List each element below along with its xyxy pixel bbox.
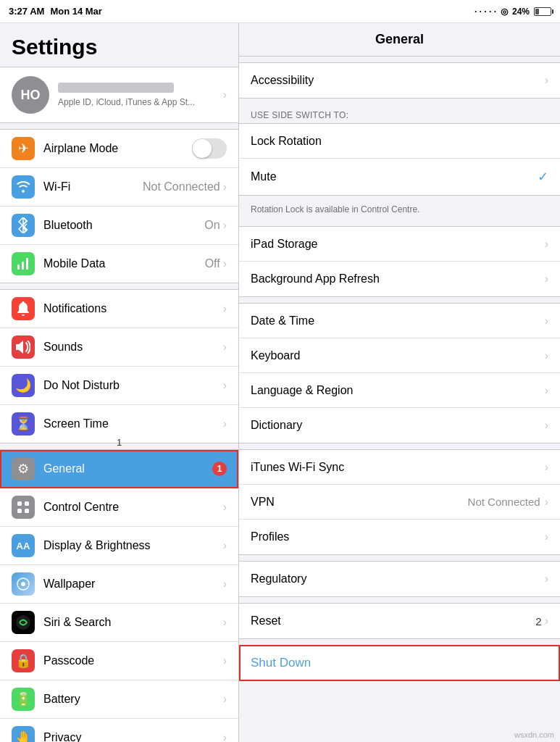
wifi-label: Wi-Fi bbox=[43, 180, 143, 193]
do-not-disturb-label: Do Not Disturb bbox=[43, 379, 223, 392]
sidebar-item-privacy[interactable]: 🤚 Privacy › bbox=[0, 719, 238, 742]
sidebar-item-wallpaper[interactable]: Wallpaper › bbox=[0, 565, 238, 604]
notifications-group: Notifications › Sounds › 🌙 Do Not Distur… bbox=[0, 289, 238, 443]
svg-rect-7 bbox=[25, 509, 29, 513]
location-icon: ◎ bbox=[501, 7, 508, 17]
connectivity-group: ✈ Airplane Mode Wi-Fi Not Connected › bbox=[0, 129, 238, 283]
accessibility-group: Accessibility › bbox=[239, 62, 560, 99]
side-switch-group: Lock Rotation Mute ✓ bbox=[239, 123, 560, 196]
accessibility-chevron: › bbox=[545, 74, 548, 87]
signal-icon: · · · · · bbox=[475, 7, 496, 17]
mobile-data-icon bbox=[12, 252, 35, 275]
screen-time-chevron: › bbox=[223, 417, 227, 430]
svg-rect-1 bbox=[22, 262, 24, 270]
profile-subtitle: Apple ID, iCloud, iTunes & App St... bbox=[58, 97, 223, 107]
screen-time-icon: ⏳ bbox=[12, 412, 35, 435]
right-panel: General Accessibility › USE SIDE SWITCH … bbox=[239, 23, 560, 742]
right-row-regulatory[interactable]: Regulatory › bbox=[239, 562, 560, 596]
right-row-profiles[interactable]: Profiles › bbox=[239, 520, 560, 554]
right-row-reset[interactable]: Reset 2 › bbox=[239, 604, 560, 638]
sidebar-item-bluetooth[interactable]: Bluetooth On › bbox=[0, 207, 238, 245]
wifi-icon bbox=[12, 175, 35, 199]
right-row-ipad-storage[interactable]: iPad Storage › bbox=[239, 227, 560, 262]
right-row-date-time[interactable]: Date & Time › bbox=[239, 304, 560, 338]
sounds-chevron: › bbox=[223, 341, 227, 354]
battery-chevron: › bbox=[223, 693, 227, 706]
profile-row[interactable]: HO Apple ID, iCloud, iTunes & App St... … bbox=[0, 67, 238, 123]
right-row-background-app-refresh[interactable]: Background App Refresh › bbox=[239, 262, 560, 296]
sidebar-item-passcode[interactable]: 🔒 Passcode › bbox=[0, 642, 238, 680]
wallpaper-label: Wallpaper bbox=[43, 578, 223, 591]
sidebar-item-airplane-mode[interactable]: ✈ Airplane Mode bbox=[0, 130, 238, 168]
right-row-dictionary[interactable]: Dictionary › bbox=[239, 408, 560, 443]
control-centre-chevron: › bbox=[223, 501, 227, 514]
mobile-data-chevron: › bbox=[223, 257, 227, 270]
general-badge: 1 bbox=[212, 462, 227, 476]
sidebar-item-control-centre[interactable]: Control Centre › bbox=[0, 488, 238, 527]
bluetooth-icon bbox=[12, 214, 35, 237]
ipad-storage-chevron: › bbox=[545, 238, 548, 251]
sounds-label: Sounds bbox=[43, 341, 223, 354]
step2-label: 2 bbox=[535, 615, 541, 628]
siri-search-label: Siri & Search bbox=[43, 616, 223, 629]
battery-percent: 24% bbox=[512, 7, 530, 17]
siri-search-chevron: › bbox=[223, 616, 227, 629]
mute-check: ✓ bbox=[538, 169, 548, 185]
keyboard-chevron: › bbox=[545, 349, 548, 362]
regulatory-group: Regulatory › bbox=[239, 561, 560, 597]
svg-marker-3 bbox=[16, 341, 23, 354]
right-row-keyboard[interactable]: Keyboard › bbox=[239, 338, 560, 373]
general-icon: ⚙ bbox=[12, 457, 35, 480]
sidebar-item-display-brightness[interactable]: AA Display & Brightness › bbox=[0, 527, 238, 565]
keyboard-label: Keyboard bbox=[251, 349, 545, 362]
control-centre-icon bbox=[12, 496, 35, 519]
notifications-icon bbox=[12, 297, 35, 320]
svg-rect-5 bbox=[25, 501, 29, 506]
sidebar-item-mobile-data[interactable]: Mobile Data Off › bbox=[0, 245, 238, 283]
regulatory-chevron: › bbox=[545, 572, 548, 585]
wifi-value: Not Connected bbox=[143, 180, 220, 193]
right-row-language-region[interactable]: Language & Region › bbox=[239, 373, 560, 408]
shutdown-label: Shut Down bbox=[251, 656, 311, 670]
avatar: HO bbox=[12, 76, 49, 114]
accessibility-label: Accessibility bbox=[251, 74, 545, 87]
sidebar-item-siri-search[interactable]: Siri & Search › bbox=[0, 604, 238, 642]
sidebar-item-notifications[interactable]: Notifications › bbox=[0, 290, 238, 328]
airplane-mode-toggle[interactable] bbox=[192, 138, 227, 159]
control-centre-label: Control Centre bbox=[43, 501, 223, 514]
profiles-label: Profiles bbox=[251, 530, 545, 543]
right-row-vpn[interactable]: VPN Not Connected › bbox=[239, 485, 560, 520]
sidebar: Settings HO Apple ID, iCloud, iTunes & A… bbox=[0, 23, 239, 742]
profile-chevron: › bbox=[223, 88, 227, 101]
profile-name-blur bbox=[58, 83, 174, 93]
status-bar: 3:27 AM Mon 14 Mar · · · · · ◎ 24% bbox=[0, 0, 560, 23]
privacy-icon: 🤚 bbox=[12, 726, 35, 742]
vpn-label: VPN bbox=[251, 496, 468, 509]
status-date: Mon 14 Mar bbox=[50, 6, 102, 17]
bluetooth-chevron: › bbox=[223, 219, 227, 232]
right-row-accessibility[interactable]: Accessibility › bbox=[239, 63, 560, 98]
passcode-label: Passcode bbox=[43, 654, 223, 667]
sidebar-title: Settings bbox=[0, 23, 238, 67]
datetime-group: Date & Time › Keyboard › Language & Regi… bbox=[239, 303, 560, 443]
regulatory-label: Regulatory bbox=[251, 572, 545, 585]
notifications-label: Notifications bbox=[43, 302, 223, 315]
status-time: 3:27 AM bbox=[9, 6, 44, 17]
date-time-chevron: › bbox=[545, 314, 548, 328]
right-row-mute[interactable]: Mute ✓ bbox=[239, 159, 560, 195]
display-brightness-label: Display & Brightness bbox=[43, 539, 223, 552]
sidebar-item-wifi[interactable]: Wi-Fi Not Connected › bbox=[0, 168, 238, 207]
right-row-itunes-wifi-sync[interactable]: iTunes Wi-Fi Sync › bbox=[239, 450, 560, 485]
dictionary-label: Dictionary bbox=[251, 419, 545, 432]
sidebar-item-general[interactable]: 1 ⚙ General 1 bbox=[0, 450, 238, 488]
shutdown-row[interactable]: Shut Down bbox=[239, 645, 560, 681]
passcode-chevron: › bbox=[223, 654, 227, 667]
itunes-wifi-sync-chevron: › bbox=[545, 461, 548, 474]
right-row-lock-rotation[interactable]: Lock Rotation bbox=[239, 124, 560, 159]
sidebar-item-sounds[interactable]: Sounds › bbox=[0, 328, 238, 367]
svg-point-10 bbox=[16, 615, 30, 630]
sidebar-item-do-not-disturb[interactable]: 🌙 Do Not Disturb › bbox=[0, 367, 238, 405]
sidebar-item-battery[interactable]: 🔋 Battery › bbox=[0, 680, 238, 719]
svg-rect-4 bbox=[17, 501, 22, 506]
airplane-mode-label: Airplane Mode bbox=[43, 142, 192, 155]
